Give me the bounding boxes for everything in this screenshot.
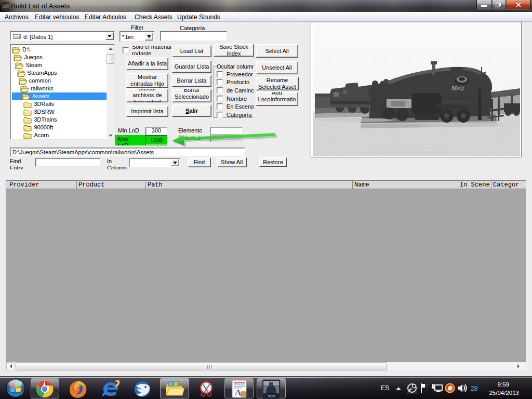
svg-text:8346: 8346 — [268, 394, 275, 397]
svg-text:A: A — [235, 388, 242, 397]
svg-text:6042: 6042 — [451, 85, 464, 91]
